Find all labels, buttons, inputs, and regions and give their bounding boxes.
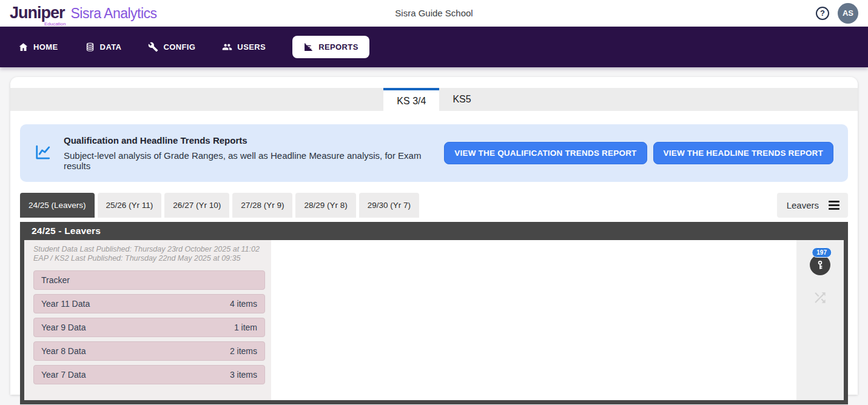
product-name: Sisra Analytics <box>71 5 157 22</box>
nav-item-reports[interactable]: REPORTS <box>292 36 369 58</box>
cohort-tab-2930-yr7[interactable]: 29/30 (Yr 7) <box>359 193 419 218</box>
leavers-menu-control[interactable]: Leavers <box>777 193 848 218</box>
eap-ks2-published-text: EAP / KS2 Last Published: Thursday 22nd … <box>33 254 265 263</box>
main-nav: HOME DATA CONFIG USERS REPORTS <box>0 27 868 67</box>
nav-label: HOME <box>33 42 58 52</box>
trends-chart-icon <box>35 143 53 164</box>
row-count: 3 items <box>230 370 257 380</box>
brand-logo[interactable]: Juniper Education Sisra Analytics <box>10 4 157 22</box>
cohort-tab-2829-yr8[interactable]: 28/29 (Yr 8) <box>295 193 355 218</box>
cohort-panel: 24/25 - Leavers Student Data Last Publis… <box>20 222 848 404</box>
home-icon <box>18 42 29 52</box>
list-item-year7-data[interactable]: Year 7 Data 3 items <box>33 365 265 384</box>
cohort-tab-2526-yr11[interactable]: 25/26 (Yr 11) <box>98 193 162 218</box>
brand-word-text: Juniper <box>10 4 65 22</box>
reports-chart-icon <box>303 42 314 52</box>
leavers-menu-label: Leavers <box>787 200 819 210</box>
row-label: Tracker <box>41 275 70 285</box>
key-button[interactable]: 197 <box>810 255 830 275</box>
page-background: KS 3/4 KS5 Qualification and Headline Tr… <box>0 67 868 395</box>
list-item-year8-data[interactable]: Year 8 Data 2 items <box>33 341 265 361</box>
nav-label: REPORTS <box>318 42 358 52</box>
banner-title: Qualification and Headline Trends Report… <box>64 135 433 146</box>
row-label: Year 9 Data <box>41 323 86 332</box>
cohort-tab-row: 24/25 (Leavers) 25/26 (Yr 11) 26/27 (Yr … <box>20 193 848 218</box>
panel-title: 24/25 - Leavers <box>24 222 844 240</box>
panel-left-column: Student Data Last Published: Thursday 23… <box>24 240 271 400</box>
tab-ks5[interactable]: KS5 <box>439 88 484 111</box>
key-icon <box>810 255 830 275</box>
view-qualification-trends-button[interactable]: VIEW THE QUALIFICATION TRENDS REPORT <box>444 142 647 164</box>
shuffle-icon[interactable] <box>812 290 828 308</box>
users-icon <box>222 42 232 52</box>
list-item-year11-data[interactable]: Year 11 Data 4 items <box>33 294 265 313</box>
view-headline-trends-button[interactable]: VIEW THE HEADLINE TRENDS REPORT <box>653 142 833 164</box>
tab-ks34[interactable]: KS 3/4 <box>383 88 439 112</box>
wrench-icon <box>148 42 158 52</box>
trends-banner: Qualification and Headline Trends Report… <box>20 124 848 182</box>
hamburger-menu-icon[interactable] <box>829 201 839 210</box>
row-count: 4 items <box>230 299 257 309</box>
database-icon <box>85 42 95 52</box>
brand-subtext: Education <box>44 21 66 27</box>
nav-label: DATA <box>100 42 122 52</box>
list-item-tracker[interactable]: Tracker <box>33 270 265 290</box>
nav-item-users[interactable]: USERS <box>222 42 266 52</box>
cohort-tab-2728-yr9[interactable]: 27/28 (Yr 9) <box>232 193 292 218</box>
help-icon[interactable]: ? <box>816 7 829 20</box>
row-label: Year 11 Data <box>41 299 90 309</box>
panel-right-toolbar: 197 <box>796 240 844 400</box>
juniper-logo: Juniper Education <box>10 4 65 22</box>
nav-item-config[interactable]: CONFIG <box>148 42 195 52</box>
cohort-tab-2627-yr10[interactable]: 26/27 (Yr 10) <box>164 193 229 218</box>
ks-tab-strip: KS 3/4 KS5 <box>10 88 858 111</box>
banner-subtitle: Subject-level analysis of Grade Ranges, … <box>64 150 433 171</box>
row-label: Year 8 Data <box>41 346 86 356</box>
content-card: KS 3/4 KS5 Qualification and Headline Tr… <box>10 77 858 395</box>
top-bar: Juniper Education Sisra Analytics Sisra … <box>0 0 868 27</box>
count-badge: 197 <box>812 247 832 258</box>
nav-item-home[interactable]: HOME <box>18 42 58 52</box>
nav-item-data[interactable]: DATA <box>85 42 122 52</box>
student-data-published-text: Student Data Last Published: Thursday 23… <box>33 245 265 254</box>
school-name: Sisra Guide School <box>395 8 473 18</box>
row-count: 2 items <box>230 346 257 356</box>
row-count: 1 item <box>234 323 257 332</box>
panel-empty-area <box>271 240 796 400</box>
nav-label: CONFIG <box>163 42 195 52</box>
cohort-tab-2425-leavers[interactable]: 24/25 (Leavers) <box>20 193 95 218</box>
avatar[interactable]: AS <box>838 3 858 24</box>
nav-label: USERS <box>237 42 266 52</box>
list-item-year9-data[interactable]: Year 9 Data 1 item <box>33 318 265 337</box>
row-label: Year 7 Data <box>41 370 86 380</box>
